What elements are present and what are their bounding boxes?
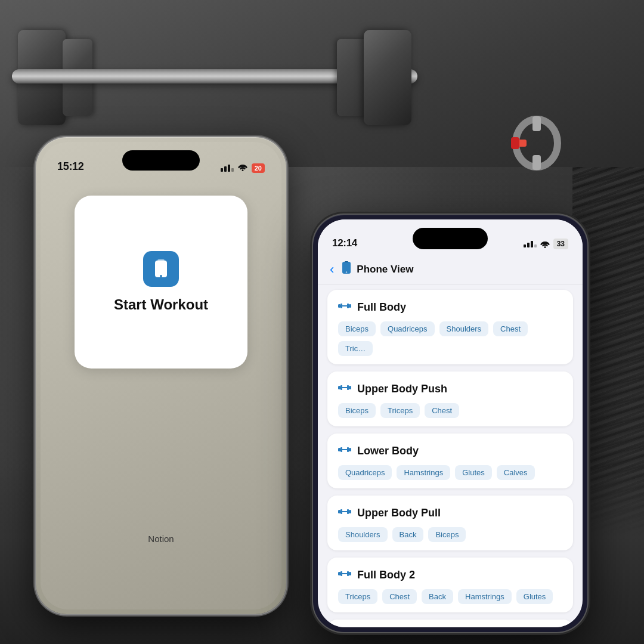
back-chevron: ‹ [330, 262, 334, 277]
phone-left-screen: 15:12 20 [41, 142, 281, 609]
svg-rect-22 [338, 386, 340, 389]
card-title-0: Full Body [357, 301, 406, 314]
svg-rect-23 [349, 386, 351, 389]
dumbbell-icon-4 [338, 568, 351, 582]
dumbbell-icon-2 [338, 444, 351, 458]
svg-rect-31 [347, 509, 349, 514]
signal-bar-3 [228, 165, 230, 172]
tags-row-2: Quadriceps Hamstrings Glutes Calves [338, 465, 562, 480]
tag-triceps-4: Triceps [338, 589, 377, 604]
card-title-row-3: Upper Body Pull [338, 506, 562, 520]
tag-chest-4: Chest [382, 589, 417, 604]
tag-biceps-1: Biceps [338, 403, 376, 418]
weight-plate-r2 [337, 39, 367, 116]
nav-title: Phone View [357, 264, 413, 275]
svg-rect-16 [349, 304, 351, 308]
svg-rect-28 [349, 448, 351, 451]
svg-rect-32 [338, 510, 340, 513]
signal-bar-4 [231, 168, 234, 172]
workout-card-upper-pull[interactable]: Upper Body Pull Shoulders Back Biceps [327, 496, 573, 550]
phone-right: 12:14 33 ‹ [313, 215, 587, 632]
card-title-4: Full Body 2 [357, 569, 415, 581]
dynamic-island-right [413, 228, 488, 249]
dumbbell-svg-0 [338, 301, 351, 311]
workout-card-lower-body[interactable]: Lower Body Quadriceps Hamstrings Glutes … [327, 434, 573, 488]
battery-left: 20 [252, 163, 265, 173]
card-title-row-4: Full Body 2 [338, 568, 562, 582]
svg-rect-38 [349, 572, 351, 575]
svg-point-10 [346, 271, 347, 273]
workout-list[interactable]: Full Body Biceps Quadriceps Shoulders Ch… [318, 285, 583, 627]
tag-calves-2: Calves [497, 465, 535, 480]
tags-row-0: Biceps Quadriceps Shoulders Chest Tric… [338, 321, 562, 356]
status-right-left: 20 [221, 163, 265, 173]
tag-quadriceps-2: Quadriceps [338, 465, 392, 480]
svg-rect-33 [349, 510, 351, 513]
svg-rect-2 [532, 155, 541, 170]
signal-bar-2 [224, 166, 227, 172]
start-workout-widget[interactable]: Start Workout [75, 196, 247, 369]
svg-rect-18 [347, 304, 349, 308]
battery-value-right: 33 [557, 240, 565, 248]
time-left: 15:12 [57, 160, 84, 173]
tag-back-3: Back [392, 527, 424, 542]
svg-rect-17 [340, 304, 342, 308]
signal-bars-right [524, 241, 537, 247]
tag-triceps-1: Triceps [380, 403, 420, 418]
widget-app-label: Notion [148, 534, 174, 544]
svg-rect-21 [347, 385, 349, 390]
tags-row-3: Shoulders Back Biceps [338, 527, 562, 542]
tag-shoulders-0: Shoulders [439, 321, 489, 336]
phone-nav-icon [341, 261, 352, 274]
dumbbell-svg-1 [338, 382, 351, 393]
phone-right-screen: 12:14 33 ‹ [318, 219, 583, 627]
tag-quadriceps-0: Quadriceps [380, 321, 434, 336]
dumbbell-icon-1 [338, 382, 351, 396]
dumbbell-area [12, 24, 417, 137]
card-title-row-0: Full Body [338, 301, 562, 314]
workout-card-full-body[interactable]: Full Body Biceps Quadriceps Shoulders Ch… [327, 290, 573, 364]
battery-right: 33 [553, 239, 568, 249]
svg-rect-27 [338, 448, 340, 451]
sig-r3 [531, 241, 533, 247]
dumbbell-svg-2 [338, 444, 351, 455]
dumbbell-svg-3 [338, 506, 351, 517]
workout-card-arms[interactable]: Arms [327, 620, 573, 627]
svg-rect-1 [532, 116, 541, 131]
signal-bars-left [221, 165, 234, 172]
dumbbell-svg-4 [338, 568, 351, 579]
wifi-icon-right [540, 240, 550, 248]
navigation-bar: ‹ Phone View [318, 254, 583, 285]
workout-card-upper-push[interactable]: Upper Body Push Biceps Triceps Chest [327, 371, 573, 426]
workout-card-full-body-2[interactable]: Full Body 2 Triceps Chest Back Hamstring… [327, 558, 573, 612]
svg-rect-37 [338, 572, 340, 575]
signal-bar-1 [221, 168, 223, 172]
tag-hamstrings-2: Hamstrings [397, 465, 450, 480]
tag-tric-0: Tric… [338, 341, 373, 356]
svg-rect-4 [511, 137, 519, 149]
card-title-2: Lower Body [357, 445, 419, 457]
tag-glutes-2: Glutes [455, 465, 492, 480]
svg-point-7 [160, 275, 162, 277]
sig-r2 [527, 243, 530, 247]
dumbbell-icon-3 [338, 506, 351, 520]
tag-biceps-0: Biceps [338, 321, 376, 336]
card-title-3: Upper Body Pull [357, 507, 441, 519]
tag-back-4: Back [422, 589, 453, 604]
nav-phone-icon [341, 261, 352, 277]
tags-row-4: Triceps Chest Back Hamstrings Glutes [338, 589, 562, 604]
widget-icon [143, 251, 179, 287]
svg-rect-6 [157, 259, 165, 262]
back-button[interactable]: ‹ [330, 262, 334, 277]
status-icons-right: 33 [524, 239, 568, 249]
clamp-decoration [510, 113, 564, 175]
time-right: 12:14 [332, 237, 357, 249]
tag-shoulders-3: Shoulders [338, 527, 388, 542]
phone-left: 15:12 20 [36, 137, 286, 614]
nav-title-row: Phone View [341, 261, 413, 277]
tags-row-1: Biceps Triceps Chest [338, 403, 562, 418]
card-title-row-1: Upper Body Push [338, 382, 562, 396]
dynamic-island-left [122, 150, 200, 171]
card-title-row-2: Lower Body [338, 444, 562, 458]
sig-r1 [524, 244, 526, 247]
